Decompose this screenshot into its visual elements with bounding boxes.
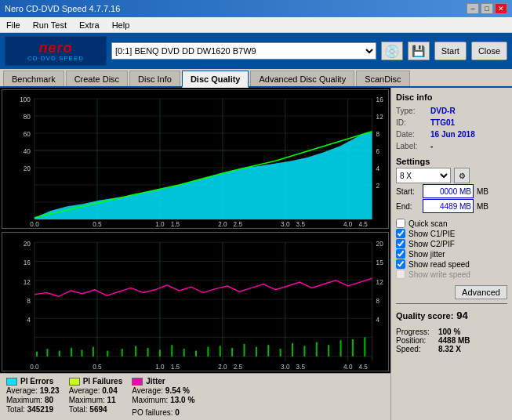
svg-text:20: 20: [376, 239, 383, 248]
svg-text:1.5: 1.5: [171, 362, 180, 371]
end-input[interactable]: [423, 199, 474, 213]
read-speed-checkbox[interactable]: [396, 259, 405, 269]
pi-failures-label: PI Failures: [83, 377, 123, 386]
minimize-button[interactable]: –: [467, 3, 479, 14]
tab-create-disc[interactable]: Create Disc: [66, 71, 128, 86]
svg-rect-73: [303, 346, 305, 356]
quality-score-row: Quality score: 94: [396, 310, 507, 321]
close-window-button[interactable]: ✕: [495, 3, 507, 14]
tab-disc-quality[interactable]: Disc Quality: [182, 71, 249, 88]
speed-selector[interactable]: 8 X: [396, 168, 451, 183]
svg-rect-69: [256, 347, 257, 357]
right-panel: Disc info Type: DVD-R ID: TTG01 Date: 16…: [390, 88, 512, 420]
svg-text:6: 6: [376, 147, 380, 155]
svg-text:3.5: 3.5: [296, 362, 305, 371]
pi-failures-color-box: [69, 378, 80, 386]
close-button[interactable]: Close: [471, 42, 507, 60]
left-panel: 100 80 60 40 20 16 12 8 6 4 2 0.0 0.5 1.…: [0, 88, 390, 420]
maximize-button[interactable]: □: [481, 3, 493, 14]
pi-errors-total-row: Total: 345219: [6, 405, 60, 414]
chart-bottom: 20 16 12 8 4 20 15 12 8 4 0.0 0.5 1.0 1.…: [2, 232, 389, 371]
svg-text:20: 20: [24, 165, 31, 172]
svg-text:2.5: 2.5: [234, 220, 243, 228]
disc-info-title: Disc info: [396, 92, 507, 102]
pi-failures-avg-row: Average: 0.04: [69, 386, 123, 395]
drive-selector[interactable]: [0:1] BENQ DVD DD DW1620 B7W9: [111, 42, 376, 60]
svg-rect-59: [135, 346, 136, 356]
svg-text:100: 100: [20, 96, 31, 103]
settings-icon-button[interactable]: ⚙: [454, 168, 470, 183]
pi-failures-header: PI Failures: [69, 377, 123, 386]
tab-advanced-disc-quality[interactable]: Advanced Disc Quality: [250, 71, 354, 86]
svg-text:80: 80: [24, 113, 31, 121]
po-failures-row: PO failures: 0: [132, 408, 194, 417]
progress-row: Progress: 100 %: [396, 328, 507, 336]
menu-help[interactable]: Help: [109, 20, 133, 31]
logo-sub-text: CD·DVD SPEED: [27, 55, 84, 62]
svg-rect-65: [207, 347, 209, 357]
start-button[interactable]: Start: [434, 42, 467, 60]
pi-failures-stats: PI Failures Average: 0.04 Maximum: 11 To…: [69, 377, 123, 414]
tab-benchmark[interactable]: Benchmark: [3, 71, 64, 86]
c1pie-label: Show C1/PIE: [409, 230, 455, 238]
chart-top: 100 80 60 40 20 16 12 8 6 4 2 0.0 0.5 1.…: [2, 89, 389, 229]
header: nero CD·DVD SPEED [0:1] BENQ DVD DD DW16…: [0, 33, 512, 69]
tab-disc-info[interactable]: Disc Info: [129, 71, 180, 86]
logo-nero-text: nero: [38, 41, 72, 55]
settings-title: Settings: [396, 157, 507, 166]
advanced-btn-container: Advanced: [396, 284, 507, 299]
write-speed-checkbox[interactable]: [396, 270, 405, 279]
svg-rect-76: [340, 340, 342, 357]
jitter-max-row: Maximum: 13.0 %: [132, 396, 194, 404]
jitter-stats: Jitter Average: 9.54 % Maximum: 13.0 % P…: [132, 377, 194, 417]
svg-text:4: 4: [27, 315, 31, 324]
svg-text:2.0: 2.0: [218, 362, 227, 371]
disc-id-row: ID: TTG01: [396, 118, 507, 127]
advanced-button[interactable]: Advanced: [455, 285, 507, 299]
svg-text:2.0: 2.0: [218, 220, 227, 228]
logo: nero CD·DVD SPEED: [5, 36, 107, 66]
svg-text:2.5: 2.5: [234, 362, 242, 371]
divider: [396, 303, 507, 304]
svg-rect-61: [159, 349, 161, 356]
pi-errors-max-row: Maximum: 80: [6, 396, 60, 404]
eject-button[interactable]: 💿: [381, 42, 403, 60]
svg-rect-72: [292, 343, 293, 357]
titlebar: Nero CD-DVD Speed 4.7.7.16 – □ ✕: [0, 0, 512, 17]
c1pie-checkbox[interactable]: [396, 229, 405, 238]
svg-text:12: 12: [24, 277, 31, 286]
pi-errors-color-box: [6, 378, 17, 386]
svg-text:20: 20: [24, 239, 31, 248]
svg-rect-60: [147, 348, 149, 357]
quick-scan-row: Quick scan: [396, 219, 507, 228]
menu-file[interactable]: File: [3, 20, 24, 31]
start-input[interactable]: [423, 184, 474, 198]
svg-text:0.0: 0.0: [30, 362, 38, 371]
tab-scandisc[interactable]: ScanDisc: [356, 71, 409, 86]
pi-errors-header: PI Errors: [6, 377, 60, 386]
c2pif-checkbox[interactable]: [396, 239, 405, 248]
main-content: 100 80 60 40 20 16 12 8 6 4 2 0.0 0.5 1.…: [0, 88, 512, 420]
svg-rect-75: [328, 345, 329, 357]
svg-text:2: 2: [376, 182, 380, 190]
speed-row: Speed: 8.32 X: [396, 345, 507, 353]
end-input-row: End: MB: [396, 199, 507, 213]
svg-rect-52: [46, 349, 48, 357]
menu-extra[interactable]: Extra: [76, 20, 103, 31]
svg-text:0.0: 0.0: [30, 220, 39, 228]
svg-rect-51: [36, 352, 38, 357]
progress-section: Progress: 100 % Position: 4488 MB Speed:…: [396, 328, 507, 353]
jitter-checkbox[interactable]: [396, 249, 405, 259]
quick-scan-checkbox[interactable]: [396, 219, 405, 228]
menu-run-test[interactable]: Run Test: [30, 20, 70, 31]
svg-text:4: 4: [376, 165, 380, 172]
quality-score-value: 94: [456, 310, 467, 321]
save-button[interactable]: 💾: [408, 42, 430, 60]
stats-bar: PI Errors Average: 19.23 Maximum: 80 Tot…: [0, 373, 390, 420]
titlebar-controls: – □ ✕: [467, 3, 507, 14]
svg-rect-57: [107, 351, 108, 357]
svg-text:3.5: 3.5: [296, 220, 306, 228]
c2pif-label: Show C2/PIF: [409, 240, 455, 248]
jitter-color-box: [132, 378, 143, 386]
svg-rect-78: [364, 338, 365, 357]
